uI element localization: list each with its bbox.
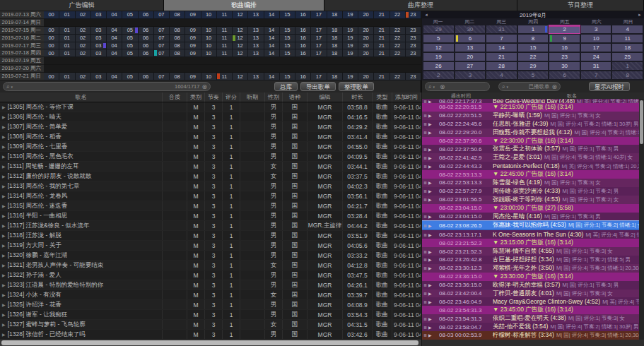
list-item[interactable]: ≣▶08-02 22:57:27.9周传雄-寂寞沙洲冷 (4:33)M| 国| …: [422, 187, 639, 196]
hour-cell[interactable]: 14: [264, 73, 280, 80]
hour-cell[interactable]: 15: [280, 27, 295, 35]
hour-cell[interactable]: 12: [233, 73, 248, 80]
column-header[interactable]: 语种: [283, 93, 308, 102]
library-total-button[interactable]: 总库: [274, 82, 298, 91]
prev-month-icon[interactable]: ◄: [422, 13, 431, 17]
hour-cell[interactable]: 16: [295, 73, 311, 80]
hour-cell[interactable]: 20: [358, 42, 374, 50]
table-row[interactable]: ▶[1325] 许绍洋 - 花香M31男国MGR04:08.9歌曲9-06-11…: [0, 300, 421, 310]
list-item[interactable]: ≣▶08-02 22:44:43.3Pentatonix-Perfect (4:…: [422, 162, 639, 170]
hour-cell[interactable]: 16: [295, 49, 311, 57]
hour-cell[interactable]: 17: [311, 73, 327, 80]
calendar-day-cell[interactable]: 28: [486, 62, 517, 70]
show-ai-time-announce-button[interactable]: 显示AI报时: [589, 82, 630, 91]
expand-arrow-icon[interactable]: ▶: [2, 114, 6, 119]
hour-cell[interactable]: 03: [91, 73, 107, 80]
play-icon[interactable]: ▶: [428, 316, 432, 321]
play-icon[interactable]: ▶: [428, 299, 432, 304]
calendar-day-cell[interactable]: 5: [423, 35, 454, 42]
tab-3[interactable]: 曲库整理: [324, 0, 517, 11]
expand-arrow-icon[interactable]: ▶: [2, 174, 6, 179]
play-icon[interactable]: ▶: [428, 130, 432, 135]
table-row[interactable]: ▶[1327] 蜜蜂与萝莉 - 飞鸟轮廓M31女国MGR04:31.5歌曲9-0…: [0, 320, 421, 330]
list-item[interactable]: ≣▶08-02 23:04:15.0周杰伦-星晴 (4:16)M| 国| 评分:…: [422, 213, 639, 221]
hour-cell[interactable]: 19: [343, 27, 358, 35]
hour-cell[interactable]: 04: [107, 73, 122, 80]
hour-cell[interactable]: 20: [358, 73, 374, 80]
table-row[interactable]: ▶[1310] 周杰伦 - 黑色毛衣M31男国MGR04:09.5歌曲9-06-…: [0, 152, 421, 162]
table-row[interactable]: ▶[1320] 徐鹏 - 嘉年江湖M31男国MGR03:33.2歌曲9-06-1…: [0, 251, 421, 261]
expand-arrow-icon[interactable]: ▶: [2, 282, 6, 287]
table-row[interactable]: ▶[1305] 周杰伦 - 等你下课M31男国MGR03:58.8歌曲9-06-…: [0, 102, 421, 112]
hour-cell[interactable]: 10: [201, 73, 217, 80]
hour-cell[interactable]: 11: [217, 42, 233, 50]
tab-4[interactable]: 节目整理: [517, 0, 644, 11]
hour-cell[interactable]: 05: [122, 73, 138, 80]
hour-cell[interactable]: 06: [139, 35, 154, 42]
calendar-day-cell[interactable]: 17: [581, 44, 611, 52]
list-item[interactable]: ≣▶08-02 22:37:50.6张震岳-爱之初体验 (3:57)M| 国| …: [422, 145, 639, 153]
expand-arrow-icon[interactable]: ▶: [2, 154, 6, 159]
table-row[interactable]: ▶[1328] 张信哲 - 已经结束了吗M31男国MGR03:42.6歌曲9-0…: [0, 330, 421, 340]
playlist-block-header[interactable]: 08-02 23:36:15.0▼ 23:30:00 广告版 (16) (3:1…: [422, 273, 639, 281]
expand-arrow-icon[interactable]: ▶: [2, 243, 6, 248]
expand-arrow-icon[interactable]: ▶: [2, 253, 6, 258]
list-item[interactable]: ≣▶08-02 23:01:56.5张靓颖-终于等到你 (4:53)M| 国| …: [422, 196, 639, 204]
hour-cell[interactable]: 13: [248, 35, 264, 42]
hour-cell[interactable]: 05: [122, 49, 138, 57]
expand-arrow-icon[interactable]: ▶: [2, 184, 6, 189]
play-icon[interactable]: ▶: [428, 232, 432, 237]
hour-cell[interactable]: 19: [343, 11, 358, 19]
hour-cell[interactable]: 02: [76, 49, 91, 57]
calendar-day-cell[interactable]: 1: [518, 25, 549, 33]
hour-cell[interactable]: 14: [264, 42, 280, 50]
list-item[interactable]: ≣▶08-02 23:08:26.5张惠妹-我可以抱你吗 (4:53)M| 国|…: [422, 220, 639, 230]
table-row[interactable]: ▶[1326] 谢军 - 让我痴狂M31男国MGR03:54.3歌曲9-06-1…: [0, 310, 421, 320]
hour-cell[interactable]: 21: [374, 27, 390, 35]
list-item[interactable]: ≣▶08-02 23:30:12.3邓紫棋-光年之外 (3:50)M| 国| 评…: [422, 264, 639, 273]
list-item[interactable]: ≣▶08-02 23:42:00.4丁梓贝-普通朋友 (4:01)M| 国| 评…: [422, 290, 639, 298]
hour-cell[interactable]: 06: [139, 42, 154, 50]
table-row[interactable]: ▶[1308] 周杰伦 - 稻香M31男国MGR03:41.4歌曲9-06-11…: [0, 132, 421, 142]
hour-cell[interactable]: 08: [170, 11, 185, 19]
hour-cell[interactable]: 08: [170, 42, 185, 50]
play-icon[interactable]: ▶: [428, 155, 432, 160]
hour-cell[interactable]: 18: [327, 42, 343, 50]
hour-cell[interactable]: 09: [185, 35, 201, 42]
list-item[interactable]: ≣▶08-02 23:54:31.3依织二重唱-爱在明天 (4:38)M| 国|…: [422, 314, 639, 323]
list-item[interactable]: ≣▶08-03 00:02:53.9柠檬树-标准解答 (3:34)M| 国| 评…: [422, 331, 639, 340]
expand-arrow-icon[interactable]: ▶: [2, 292, 6, 297]
hour-cell[interactable]: 09: [185, 73, 201, 80]
list-item[interactable]: ≣▶08-02 22:20:51.5平静药-曝晒 (1:59)M| 国| 评分:…: [422, 112, 639, 120]
scrollbar-thumb[interactable]: [1, 340, 418, 345]
hour-cell[interactable]: 12: [233, 27, 248, 35]
hour-cell[interactable]: 02: [76, 42, 91, 50]
list-item[interactable]: ≣▶08-02 23:13:17.1K One-Seasons In The S…: [422, 230, 639, 239]
hour-cell[interactable]: 07: [154, 11, 170, 19]
calendar-day-cell[interactable]: 22: [518, 53, 549, 61]
hour-cell[interactable]: 19: [343, 73, 358, 80]
hour-cell[interactable]: 03: [91, 42, 107, 50]
play-icon[interactable]: ▶: [428, 113, 432, 118]
hour-cell[interactable]: 21: [374, 11, 390, 19]
calendar-day-cell[interactable]: 24: [581, 53, 611, 61]
hour-cell[interactable]: 17: [311, 49, 327, 57]
hour-cell[interactable]: 15: [280, 42, 295, 50]
hour-cell[interactable]: 22: [390, 27, 406, 35]
hour-cell[interactable]: 12: [233, 42, 248, 50]
hour-cell[interactable]: 00: [44, 11, 59, 19]
hour-cell[interactable]: 07: [154, 42, 170, 50]
play-icon[interactable]: ▶: [428, 197, 432, 202]
hour-cell[interactable]: 15: [280, 73, 295, 80]
table-row[interactable]: ▶[1314] 周杰伦 - 龙卷风M31男国MGR03:56.1歌曲9-06-1…: [0, 191, 421, 201]
calendar-day-cell[interactable]: 13: [455, 44, 486, 52]
column-header[interactable]: 类型: [373, 93, 392, 102]
calendar-day-cell[interactable]: 4: [486, 71, 517, 79]
hour-cell[interactable]: 01: [59, 49, 75, 57]
table-row[interactable]: ▶[1316] 半阳 - 一曲相思M31男国MGR03:28.4歌曲9-06-1…: [0, 211, 421, 221]
hour-cell[interactable]: 01: [59, 27, 75, 35]
hour-cell[interactable]: 17: [311, 35, 327, 42]
hour-cell[interactable]: 19: [343, 49, 358, 57]
table-row[interactable]: ▶[1306] 周杰伦 - 晴天M31男国MGR04:16.5歌曲9-06-11…: [0, 112, 421, 122]
expand-arrow-icon[interactable]: ▶: [2, 223, 6, 228]
